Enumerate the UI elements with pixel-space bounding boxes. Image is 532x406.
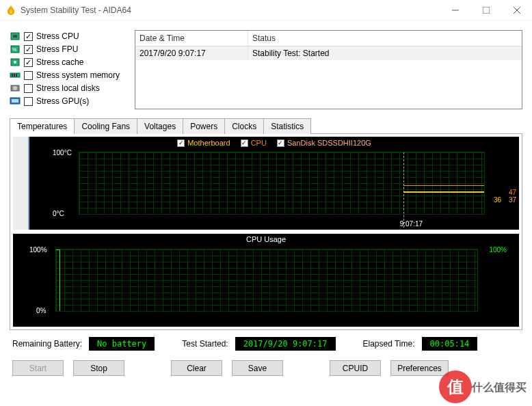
- elapsed-label: Elapsed Time:: [363, 339, 415, 349]
- chart-tabs: Temperatures Cooling Fans Voltages Power…: [10, 118, 522, 133]
- legend-cpu-label: CPU: [251, 139, 267, 147]
- stress-fpu-checkbox[interactable]: [24, 45, 33, 54]
- started-label: Test Started:: [182, 339, 228, 349]
- stress-memory-label: Stress system memory: [36, 70, 120, 80]
- event-log-row[interactable]: 2017/9/20 9:07:17 Stability Test: Starte…: [135, 46, 522, 60]
- temp-ytick-max: 100°C: [53, 149, 72, 157]
- temp-value-motherboard: 36: [494, 196, 501, 204]
- stress-options: Stress CPU % Stress FPU Stress cache Str…: [10, 30, 122, 109]
- header-status[interactable]: Status: [248, 31, 522, 46]
- temperature-grid: [79, 152, 485, 215]
- title-bar: System Stability Test - AIDA64: [0, 0, 532, 21]
- svg-point-9: [14, 61, 16, 64]
- temperature-chart-row: ✓Motherboard ✓CPU ✓SanDisk SDSSDHII120G …: [13, 137, 519, 230]
- chart-thumbnail-column[interactable]: [13, 137, 29, 230]
- usage-ytick-min-left: 0%: [36, 307, 46, 314]
- stress-cpu-label: Stress CPU: [36, 31, 79, 41]
- cpu-usage-title: CPU Usage: [13, 235, 519, 243]
- stress-cache-checkbox[interactable]: [24, 58, 33, 67]
- event-status: Stability Test: Started: [248, 46, 522, 60]
- temp-value-cpu: 47: [509, 189, 516, 196]
- gpu-icon: [10, 96, 21, 106]
- svg-rect-11: [12, 74, 13, 77]
- stress-memory-checkbox[interactable]: [24, 71, 33, 80]
- svg-text:值: 值: [447, 377, 464, 396]
- stress-gpu-label: Stress GPU(s): [36, 96, 89, 106]
- svg-point-15: [13, 86, 17, 90]
- status-row: Remaining Battery: No battery Test Start…: [10, 337, 522, 351]
- cpu-usage-chart: CPU Usage 100% 0% 100%: [13, 234, 519, 327]
- stress-disk-row: Stress local disks: [10, 82, 122, 94]
- stress-memory-row: Stress system memory: [10, 69, 122, 81]
- tab-clocks[interactable]: Clocks: [224, 118, 264, 134]
- stress-gpu-checkbox[interactable]: [24, 97, 33, 106]
- stress-fpu-label: Stress FPU: [36, 44, 78, 54]
- legend-motherboard-checkbox[interactable]: ✓: [177, 139, 185, 147]
- stress-fpu-row: % Stress FPU: [10, 43, 122, 55]
- stress-cache-label: Stress cache: [36, 57, 83, 67]
- header-datetime[interactable]: Date & Time: [135, 31, 248, 46]
- battery-value: No battery: [89, 337, 155, 351]
- cache-icon: [10, 57, 21, 67]
- temperature-legend: ✓Motherboard ✓CPU ✓SanDisk SDSSDHII120G: [29, 138, 519, 147]
- legend-motherboard-label: Motherboard: [187, 139, 230, 147]
- stress-cpu-checkbox[interactable]: [24, 32, 33, 41]
- tab-cooling-fans[interactable]: Cooling Fans: [74, 118, 137, 134]
- legend-sandisk-label: SanDisk SDSSDHII120G: [287, 139, 371, 147]
- tab-statistics[interactable]: Statistics: [263, 118, 311, 134]
- stress-cpu-row: Stress CPU: [10, 30, 122, 42]
- app-icon: [5, 5, 16, 16]
- fpu-icon: %: [10, 44, 21, 54]
- svg-text:%: %: [12, 47, 16, 52]
- battery-label: Remaining Battery:: [12, 339, 82, 349]
- started-value: 2017/9/20 9:07:17: [235, 337, 336, 351]
- svg-rect-12: [14, 74, 15, 77]
- svg-text:什么值得买: 什么值得买: [471, 381, 527, 393]
- event-log-header: Date & Time Status: [135, 31, 522, 46]
- temperature-chart: ✓Motherboard ✓CPU ✓SanDisk SDSSDHII120G …: [29, 137, 519, 230]
- tab-voltages[interactable]: Voltages: [137, 118, 183, 134]
- close-button[interactable]: [501, 0, 532, 21]
- stress-disk-label: Stress local disks: [36, 83, 100, 93]
- svg-rect-17: [12, 99, 18, 103]
- svg-rect-5: [13, 35, 17, 38]
- temp-value-sandisk: 37: [509, 196, 516, 204]
- legend-cpu-checkbox[interactable]: ✓: [241, 139, 248, 147]
- disk-icon: [10, 83, 21, 93]
- clear-button[interactable]: Clear: [171, 360, 222, 376]
- legend-sandisk-checkbox[interactable]: ✓: [277, 139, 284, 147]
- temp-xtick: 9:07:17: [400, 220, 423, 228]
- usage-value-right: 100%: [489, 246, 507, 254]
- tab-powers[interactable]: Powers: [183, 118, 225, 134]
- stress-disk-checkbox[interactable]: [24, 84, 33, 93]
- cpu-usage-grid: [55, 249, 478, 312]
- maximize-button[interactable]: [470, 0, 501, 21]
- cpuid-button[interactable]: CPUID: [330, 360, 381, 376]
- elapsed-value: 00:05:14: [422, 337, 478, 351]
- watermark: 值 什么值得买: [436, 360, 532, 406]
- stop-button[interactable]: Stop: [73, 360, 124, 376]
- window-title: System Stability Test - AIDA64: [21, 5, 440, 15]
- stress-gpu-row: Stress GPU(s): [10, 95, 122, 107]
- cpu-icon: [10, 31, 21, 41]
- ram-icon: [10, 70, 21, 80]
- temp-ytick-min: 0°C: [53, 210, 64, 217]
- svg-rect-1: [483, 7, 490, 14]
- event-datetime: 2017/9/20 9:07:17: [135, 46, 248, 60]
- stress-cache-row: Stress cache: [10, 56, 122, 68]
- svg-rect-13: [16, 74, 17, 77]
- event-log-table: Date & Time Status 2017/9/20 9:07:17 Sta…: [135, 30, 522, 109]
- start-button: Start: [12, 360, 64, 376]
- chart-panel: ✓Motherboard ✓CPU ✓SanDisk SDSSDHII120G …: [10, 133, 522, 330]
- usage-ytick-max-left: 100%: [29, 246, 47, 254]
- minimize-button[interactable]: [440, 0, 470, 21]
- save-button[interactable]: Save: [232, 360, 283, 376]
- tab-temperatures[interactable]: Temperatures: [10, 118, 75, 134]
